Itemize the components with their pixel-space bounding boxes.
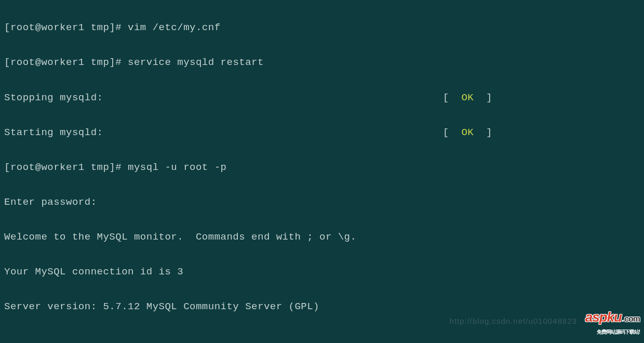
- aspku-logo: aspku.com 免费网站源码下载站!: [585, 306, 640, 337]
- terminal-line-1: [root@worker1 tmp]# vim /etc/my.cnf: [4, 19, 640, 37]
- status-label: Starting mysqld:: [4, 124, 103, 142]
- status-line-stopping: Stopping mysqld:[ OK ]: [4, 89, 492, 107]
- shell-prompt: [root@worker1 tmp]#: [4, 162, 128, 173]
- aspku-tagline: 免费网站源码下载站!: [585, 327, 640, 337]
- terminal-line-5: [root@worker1 tmp]# mysql -u root -p: [4, 159, 640, 177]
- mysql-connection: Your MySQL connection id is 3: [4, 263, 640, 281]
- shell-prompt: [root@worker1 tmp]#: [4, 57, 128, 68]
- blog-url-text: http://blog.csdn.net/u010048823: [449, 314, 576, 328]
- status-label: Stopping mysqld:: [4, 89, 103, 107]
- mysql-welcome: Welcome to the MySQL monitor. Commands e…: [4, 229, 640, 246]
- password-prompt: Enter password:: [4, 194, 640, 212]
- status-result: [ OK ]: [443, 89, 492, 107]
- command-text: vim /etc/my.cnf: [128, 22, 221, 33]
- status-line-starting: Starting mysqld:[ OK ]: [4, 124, 492, 142]
- ok-text: OK: [461, 92, 474, 103]
- status-result: [ OK ]: [443, 124, 492, 142]
- shell-prompt: [root@worker1 tmp]#: [4, 22, 128, 33]
- terminal-line-2: [root@worker1 tmp]# service mysqld resta…: [4, 54, 640, 72]
- ok-text: OK: [461, 127, 474, 138]
- command-text: mysql -u root -p: [128, 162, 226, 173]
- terminal-output[interactable]: [root@worker1 tmp]# vim /etc/my.cnf [roo…: [4, 2, 640, 343]
- watermark: http://blog.csdn.net/u010048823 aspku.co…: [449, 306, 640, 337]
- command-text: service mysqld restart: [128, 57, 264, 68]
